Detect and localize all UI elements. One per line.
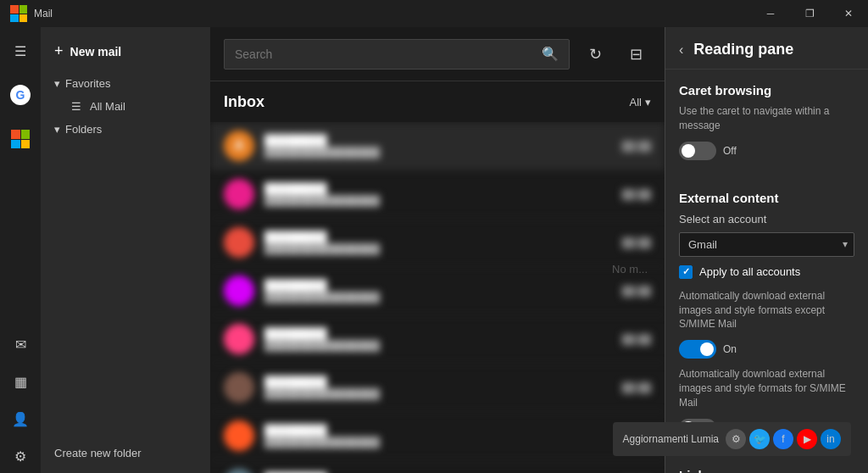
folders-group-header[interactable]: ▾ Folders	[41, 118, 210, 141]
mail-content: ████████ ████████████████	[264, 182, 612, 207]
close-button[interactable]: ✕	[829, 0, 868, 27]
checkmark-icon: ✓	[682, 266, 690, 277]
favorites-group-header[interactable]: ▾ Favorites	[41, 72, 210, 95]
account-icon[interactable]: G	[10, 85, 31, 105]
mail-item[interactable]: A ████████ ████████████████ ██:██	[210, 122, 665, 170]
inbox-title: Inbox	[224, 93, 264, 111]
mail-content: ████████ ████████████████	[264, 376, 612, 400]
icon-sidebar: ☰ G ✉ ▦ 👤 ⚙	[0, 27, 41, 473]
all-mail-nav-item[interactable]: ☰ All Mail	[41, 95, 210, 118]
no-messages-text: No m...	[612, 263, 648, 275]
apply-all-accounts-label: Apply to all accounts	[699, 265, 800, 278]
caret-browsing-toggle[interactable]	[679, 142, 716, 160]
main-content: 🔍 ↻ ⊟ Inbox All ▾ A ████████ ███████	[210, 27, 665, 473]
title-bar-controls: ─ ❐ ✕	[751, 0, 868, 27]
apply-all-accounts-row: ✓ Apply to all accounts	[679, 265, 854, 279]
mail-subject: ████████████████	[264, 437, 612, 448]
notif-icon-1: ⚙	[726, 429, 746, 449]
app-title: Mail	[34, 8, 53, 19]
notification-overlay: Aggiornamenti Lumia ⚙ 🐦 f ▶ in	[613, 422, 851, 456]
create-folder-label: Create new folder	[54, 447, 142, 459]
notif-icon-3: f	[773, 429, 793, 449]
mail-content: ████████ ████████████████	[264, 134, 612, 159]
mail-subject: ████████████████	[264, 292, 612, 303]
caret-browsing-toggle-row: Off	[679, 142, 854, 160]
back-button[interactable]: ‹	[679, 42, 683, 58]
account-select[interactable]: Gmail	[679, 232, 854, 257]
app-body: ☰ G ✉ ▦ 👤 ⚙ + New mail ▾ Favorit	[0, 27, 868, 473]
account-select-wrapper: Gmail	[679, 232, 854, 257]
mail-item[interactable]: ████████ ████████████████ ██:██	[210, 364, 665, 412]
create-folder-button[interactable]: Create new folder	[41, 440, 210, 466]
mail-time: ██:██	[622, 382, 651, 392]
minimize-button[interactable]: ─	[751, 0, 790, 27]
apply-all-accounts-checkbox[interactable]: ✓	[679, 265, 693, 279]
mail-time: ██:██	[622, 334, 651, 344]
avatar	[224, 469, 254, 473]
mail-icon: ✉	[15, 337, 26, 353]
hamburger-icon: ☰	[14, 43, 26, 59]
auto-download-1-description: Automatically download external images a…	[679, 289, 854, 331]
external-content-title: External content	[679, 191, 854, 205]
chevron-right-icon: ▾	[54, 123, 60, 136]
mail-content: ████████ ████████████████	[264, 424, 612, 448]
favorites-label: Favorites	[65, 77, 110, 90]
refresh-button[interactable]: ↻	[580, 39, 610, 70]
avatar: A	[224, 131, 254, 161]
restore-button[interactable]: ❐	[790, 0, 829, 27]
mail-subject: ████████████████	[264, 147, 612, 159]
hamburger-menu-button[interactable]: ☰	[3, 34, 37, 68]
reading-pane-header: ‹ Reading pane	[665, 27, 868, 70]
mail-subject: ████████████████	[264, 195, 612, 207]
plus-icon: +	[54, 42, 64, 60]
mail-subject: ████████████████	[264, 388, 612, 400]
mail-time: ██:██	[622, 141, 651, 151]
filter-icon: ⊟	[630, 45, 643, 64]
search-input[interactable]	[235, 47, 535, 61]
select-account-label: Select an account	[679, 212, 854, 227]
mail-time: ██:██	[622, 237, 651, 248]
notification-icons: ⚙ 🐦 f ▶ in	[726, 429, 841, 449]
mail-time: ██:██	[622, 189, 651, 199]
notification-text: Aggiornamenti Lumia	[623, 433, 719, 445]
mail-sender: ████████	[264, 134, 612, 147]
notif-icon-2: 🐦	[749, 429, 770, 449]
people-nav-button[interactable]: 👤	[3, 402, 37, 436]
caret-browsing-toggle-label: Off	[723, 145, 737, 157]
auto-download-1-toggle[interactable]	[679, 340, 716, 359]
settings-nav-button[interactable]: ⚙	[3, 439, 37, 473]
toggle-thumb	[700, 342, 714, 356]
mail-content: ████████ ████████████████	[264, 231, 612, 255]
toolbar: 🔍 ↻ ⊟	[210, 27, 665, 81]
mail-time: ██:██	[622, 286, 651, 296]
new-mail-button[interactable]: + New mail	[41, 34, 210, 69]
links-title: Links	[679, 468, 854, 473]
caret-browsing-description: Use the caret to navigate within a messa…	[679, 104, 854, 133]
chevron-down-icon: ▾	[645, 96, 651, 109]
mail-sender: ████████	[264, 279, 612, 292]
mail-item[interactable]: ████████ ████████████████ ██:██	[210, 460, 665, 473]
toggle-thumb	[682, 144, 695, 158]
search-box[interactable]: 🔍	[224, 39, 570, 70]
mail-content: ████████ ████████████████	[264, 327, 612, 352]
mail-sender: ████████	[264, 327, 612, 340]
folders-label: Folders	[65, 123, 102, 136]
avatar	[224, 324, 254, 354]
mail-item[interactable]: ████████ ████████████████ ██:██	[210, 170, 665, 219]
mail-sender: ████████	[264, 376, 612, 388]
mail-item[interactable]: ████████ ████████████████ ██:██	[210, 267, 665, 315]
mail-item[interactable]: ████████ ████████████████ ██:██	[210, 412, 665, 460]
calendar-nav-button[interactable]: ▦	[3, 364, 37, 398]
mail-nav-button[interactable]: ✉	[3, 327, 37, 361]
inbox-header: Inbox All ▾	[210, 81, 665, 122]
filter-button[interactable]: ⊟	[620, 39, 651, 70]
mail-item[interactable]: ████████ ████████████████ ██:██	[210, 219, 665, 267]
mail-sender: ████████	[264, 424, 612, 437]
mail-list: A ████████ ████████████████ ██:██ ██████…	[210, 122, 665, 473]
microsoft-icon[interactable]	[11, 130, 30, 148]
mail-content: ████████ ████████████████	[264, 279, 612, 303]
inbox-filter-button[interactable]: All ▾	[630, 96, 651, 109]
external-content-section: External content Select an account Gmail…	[665, 177, 868, 448]
people-icon: 👤	[12, 411, 29, 427]
mail-item[interactable]: ████████ ████████████████ ██:██	[210, 315, 665, 364]
